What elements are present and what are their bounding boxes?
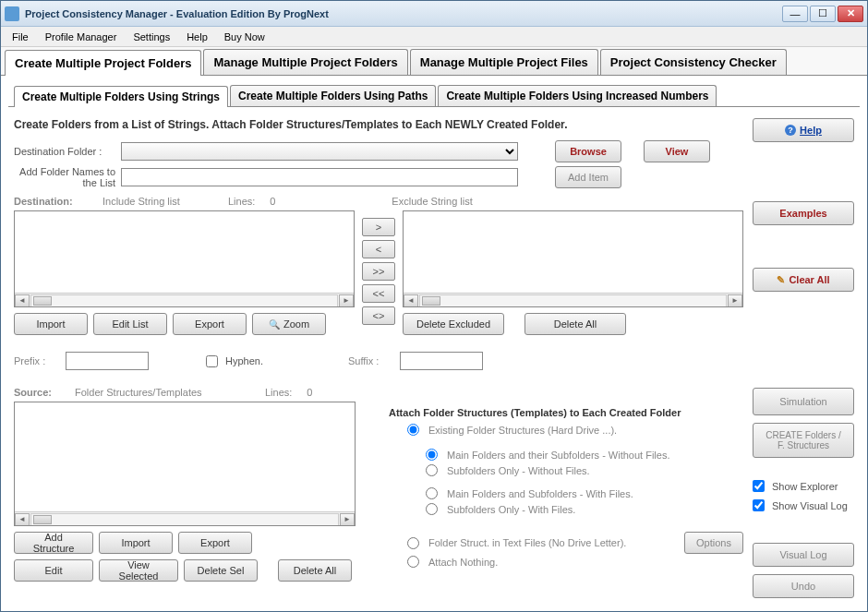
destination-label: Destination: [14,196,97,207]
radio-nothing-label: Attach Nothing. [428,557,498,568]
scroll-thumb[interactable] [33,296,52,306]
window-title: Project Consistency Manager - Evaluation… [25,8,780,19]
export-button[interactable]: Export [173,313,247,335]
hyphen-label: Hyphen. [225,355,263,366]
scroll-left-icon[interactable]: ◄ [404,294,418,307]
clear-all-label: Clear All [789,274,829,285]
dest-folder-combo[interactable] [121,142,518,161]
radio-sub-files[interactable]: Subfolders Only - With Files. [389,501,743,517]
move-all-left-button[interactable]: << [362,284,395,303]
help-button[interactable]: ? Help [753,118,854,142]
radio-msf-label: Main Folders and Subfolders - With Files… [447,488,633,499]
tab-manage-folders[interactable]: Manage Multiple Project Folders [203,49,407,75]
radio-nothing[interactable]: Attach Nothing. [389,554,743,570]
content-area: Create Folders from a List of Strings. A… [1,107,867,611]
zoom-icon [269,318,280,330]
add-names-input[interactable] [121,168,518,186]
close-button[interactable]: ✕ [838,6,863,22]
export-structure-button[interactable]: Export [178,532,252,554]
radio-msnf-label: Main Folders and their Subfolders - With… [447,450,670,461]
radio-snf-label: Subfolders Only - Without Files. [447,465,590,476]
brush-icon [777,274,785,286]
exclude-listbox[interactable]: ◄ ► [403,210,743,307]
minimize-button[interactable]: — [782,6,808,22]
subtab-strings[interactable]: Create Multiple Folders Using Strings [14,86,228,107]
radio-sub-no-files[interactable]: Subfolders Only - Without Files. [389,462,743,478]
undo-button[interactable]: Undo [753,574,854,598]
menubar: File Profile Manager Settings Help Buy N… [1,27,867,47]
main-tabs: Create Multiple Project Folders Manage M… [1,47,867,76]
fst-label: Folder Structures/Templates [75,387,259,398]
options-button[interactable]: Options [684,532,743,554]
sub-tabs: Create Multiple Folders Using Strings Cr… [8,79,860,107]
radio-textfiles[interactable]: Folder Struct. in Text Files (No Drive L… [389,535,684,551]
radio-main-sub-no-files[interactable]: Main Folders and their Subfolders - With… [389,447,743,462]
delete-excluded-button[interactable]: Delete Excluded [403,313,504,335]
radio-main-sub-files[interactable]: Main Folders and Subfolders - With Files… [389,486,743,501]
scroll-left-icon[interactable]: ◄ [15,294,30,307]
delete-all-structure-button[interactable]: Delete All [278,559,352,582]
show-explorer-checkbox[interactable]: Show Explorer [753,480,854,492]
tab-create-folders[interactable]: Create Multiple Project Folders [5,50,201,76]
show-visual-log-checkbox[interactable]: Show Visual Log [753,499,854,511]
swap-button[interactable]: <> [362,306,395,325]
zoom-button[interactable]: Zoom [252,313,326,335]
tab-consistency-checker[interactable]: Project Consistency Checker [600,49,787,75]
tab-manage-files[interactable]: Manage Multiple Project Files [410,49,598,75]
scroll-thumb[interactable] [422,296,440,306]
edit-list-button[interactable]: Edit List [93,313,167,335]
add-structure-button[interactable]: Add Structure [14,532,93,554]
view-selected-button[interactable]: View Selected [99,559,178,582]
visual-log-button[interactable]: Visual Log [753,543,854,567]
add-names-label: Add Folder Names to the List [14,166,115,188]
include-listbox[interactable]: ◄ ► [14,210,355,307]
delete-all-button[interactable]: Delete All [524,313,626,335]
prefix-label: Prefix : [14,355,60,366]
menu-settings[interactable]: Settings [126,30,177,44]
right-column: ? Help Examples Clear All Simulation CRE… [753,114,854,604]
suffix-input[interactable] [400,352,483,370]
menu-buy-now[interactable]: Buy Now [217,30,272,44]
help-icon: ? [785,125,796,136]
browse-button[interactable]: Browse [555,140,621,162]
maximize-button[interactable]: ☐ [810,6,836,22]
move-right-button[interactable]: > [362,218,395,236]
subtab-paths[interactable]: Create Multiple Folders Using Paths [230,85,436,106]
view-button[interactable]: View [644,140,710,162]
scroll-right-icon[interactable]: ► [728,294,742,307]
exclude-label: Exclude String list [392,196,472,207]
suffix-label: Suffix : [348,355,394,366]
delete-sel-button[interactable]: Delete Sel [184,559,258,582]
include-label: Include String list [102,196,223,207]
app-window: Project Consistency Manager - Evaluation… [0,0,868,612]
zoom-label: Zoom [283,318,309,330]
menu-file[interactable]: File [5,30,36,44]
titlebar: Project Consistency Manager - Evaluation… [1,1,867,27]
left-column: Create Folders from a List of Strings. A… [14,114,743,604]
source-listbox[interactable]: ◄ ► [14,402,356,526]
move-left-button[interactable]: < [362,240,395,258]
hyphen-check-input[interactable] [206,355,218,367]
subtab-numbers[interactable]: Create Multiple Folders Using Increased … [438,85,717,106]
examples-button[interactable]: Examples [753,201,854,225]
clear-all-button[interactable]: Clear All [753,268,854,292]
add-item-button[interactable]: Add Item [555,166,621,188]
edit-button[interactable]: Edit [14,559,93,582]
show-explorer-label: Show Explorer [772,481,838,492]
lines-label-1: Lines: [228,196,255,207]
create-folders-button[interactable]: CREATE Folders / F. Structures [753,423,854,458]
prefix-input[interactable] [66,352,149,370]
menu-help[interactable]: Help [179,30,215,44]
radio-existing[interactable]: Existing Folder Structures (Hard Drive .… [389,422,743,438]
import-structure-button[interactable]: Import [99,532,173,554]
hyphen-checkbox[interactable]: Hyphen. [206,355,263,367]
move-all-right-button[interactable]: >> [362,262,395,281]
lines-label-2: Lines: [265,387,292,398]
simulation-button[interactable]: Simulation [753,388,854,415]
scroll-right-icon[interactable]: ► [340,513,355,526]
scroll-thumb[interactable] [33,515,52,524]
scroll-right-icon[interactable]: ► [339,294,354,307]
import-button[interactable]: Import [14,313,88,335]
menu-profile-manager[interactable]: Profile Manager [38,30,125,44]
scroll-left-icon[interactable]: ◄ [15,513,30,526]
